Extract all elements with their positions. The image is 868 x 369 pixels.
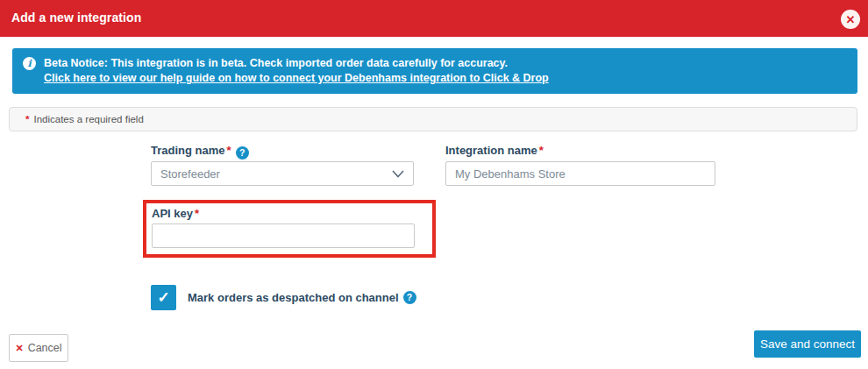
trading-name-label: Trading name*? [151, 144, 249, 160]
info-icon: i [23, 57, 36, 70]
required-asterisk: * [227, 144, 231, 157]
close-icon: ✕ [846, 14, 856, 25]
required-asterisk: * [539, 144, 544, 157]
add-integration-modal: Add a new integration ✕ i Beta Notice: T… [0, 0, 868, 369]
despatch-checkbox-row: ✓ Mark orders as despatched on channel ? [151, 285, 416, 310]
despatch-checkbox-label: Mark orders as despatched on channel [188, 291, 399, 304]
beta-notice-text: Beta Notice: This integration is in beta… [44, 56, 549, 86]
required-field-note: * Indicates a required field [9, 107, 857, 131]
close-button[interactable]: ✕ [841, 10, 860, 29]
api-key-label: API key* [152, 207, 199, 220]
modal-title: Add a new integration [11, 11, 141, 25]
cancel-button-label: Cancel [28, 342, 62, 354]
required-note-text: Indicates a required field [33, 114, 143, 124]
trading-name-select[interactable]: Storefeeder [151, 161, 414, 186]
save-and-connect-button[interactable]: Save and connect [754, 330, 861, 358]
api-key-input[interactable] [152, 224, 415, 248]
integration-name-input[interactable] [445, 161, 715, 186]
help-icon[interactable]: ? [236, 146, 249, 160]
help-guide-link[interactable]: Click here to view our help guide on how… [44, 72, 549, 84]
integration-name-label: Integration name* [445, 144, 544, 157]
despatch-checkbox[interactable]: ✓ [151, 285, 176, 310]
cancel-x-icon: ✕ [15, 343, 23, 354]
cancel-button[interactable]: ✕ Cancel [9, 334, 68, 362]
modal-header: Add a new integration ✕ [0, 0, 868, 37]
beta-notice-line: Beta Notice: This integration is in beta… [44, 56, 549, 71]
help-icon[interactable]: ? [403, 291, 416, 304]
required-asterisk: * [25, 114, 29, 124]
api-key-highlight-box: API key* [143, 200, 436, 258]
checkmark-icon: ✓ [157, 289, 169, 306]
beta-notice-banner: i Beta Notice: This integration is in be… [12, 48, 857, 94]
required-asterisk: * [195, 207, 199, 220]
trading-name-selected-value: Storefeeder [160, 167, 392, 181]
chevron-down-icon [392, 170, 404, 178]
